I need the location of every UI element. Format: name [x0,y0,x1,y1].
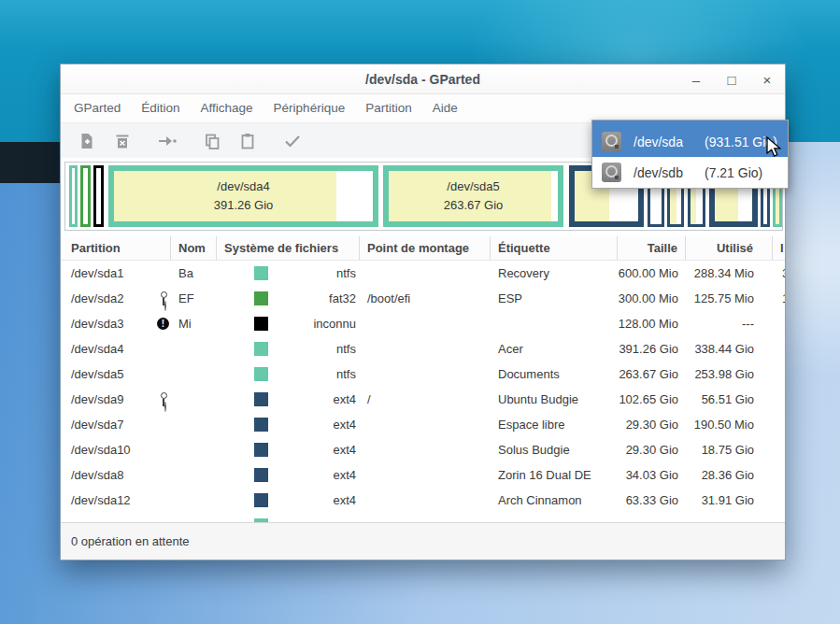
fs-name: ntfs [268,342,360,356]
maximize-button[interactable]: □ [714,72,749,88]
partition-name: /dev/sda5 [71,367,123,381]
mountpoint-cell: / [360,387,491,412]
name-cell: EF [171,286,217,311]
menu-affichage[interactable]: Affichage [191,94,263,122]
name-cell [171,362,217,387]
column-header[interactable]: Étiquette [491,236,618,260]
mounted-key-icon [160,291,168,305]
fs-color-swatch [254,291,268,305]
partition-segment[interactable]: /dev/sda5263.67 Gio [383,165,563,227]
name-cell: Ba [171,261,217,286]
partition-segment[interactable] [80,165,91,227]
mountpoint-cell [360,437,491,462]
used-cell: 56.51 Gio [686,387,773,412]
filesystem-cell: fat32 [217,286,360,311]
fs-color-swatch [254,266,268,280]
label-cell [491,311,618,336]
name-cell: Mi [171,311,217,336]
filesystem-cell: ext4 [217,462,360,488]
column-header[interactable]: Taille [618,236,686,260]
document-plus-icon [78,133,95,149]
close-button[interactable]: × [749,72,785,88]
segment-label: /dev/sda4391.26 Gio [114,171,373,221]
device-option[interactable]: /dev/sda(931.51 Gio) [592,126,788,157]
mounted-key-icon [160,392,168,406]
used-cell: 338.44 Gio [686,336,773,362]
fs-color-swatch [254,317,268,331]
column-header[interactable]: Partition [61,236,171,260]
new-partition-button[interactable] [72,126,102,156]
table-row[interactable]: /dev/sda12ext4Arch Cinnamon63.33 Gio31.9… [61,488,785,513]
delete-partition-button[interactable] [107,126,137,156]
table-row[interactable]: /dev/sda10ext4Solus Budgie29.30 Gio18.75… [61,437,785,462]
column-header[interactable]: Nom [171,236,217,260]
partition-table-body: /dev/sda1BantfsRecovery600.00 Mio288.34 … [61,261,785,524]
filesystem-cell: ntfs [217,336,360,362]
minimize-button[interactable]: – [678,72,714,88]
clipped-cell [773,387,785,412]
paste-button[interactable] [233,126,263,156]
apply-button[interactable] [278,126,307,156]
table-row[interactable]: /dev/sda3!Miinconnu128.00 Mio--- [61,311,785,336]
table-row[interactable]: /dev/sda1BantfsRecovery600.00 Mio288.34 … [61,261,785,286]
column-header[interactable]: Utilisé [686,236,773,260]
partition-name: /dev/sda2 [71,291,123,305]
partition-segment[interactable] [93,165,104,227]
clipped-cell [773,437,785,462]
resize-move-button[interactable] [152,126,182,156]
partition-name: /dev/sda12 [71,493,131,507]
label-cell: Recovery [491,261,618,286]
used-cell: 125.75 Mio [686,286,773,311]
resize-arrow-icon [157,133,178,149]
statusbar: 0 opération en attente [61,522,785,560]
column-header[interactable]: Point de montage [360,236,491,260]
clipped-cell [773,488,785,513]
partition-name: /dev/sda9 [71,392,123,406]
table-row[interactable]: /dev/sda2EFfat32/boot/efiESP300.00 Mio12… [61,286,785,311]
table-row[interactable]: /dev/sda4ntfsAcer391.26 Gio338.44 Gio [61,336,785,362]
mountpoint-cell [360,412,491,437]
partition-name: /dev/sda3 [71,317,123,331]
fs-name: inconnu [268,317,360,331]
column-header[interactable]: Système de fichiers [217,236,360,260]
partition-name: /dev/sda1 [71,266,123,280]
menu-dition[interactable]: Édition [131,94,190,122]
filesystem-cell: ext4 [217,412,360,437]
menu-gparted[interactable]: GParted [64,94,131,122]
fs-name: fat32 [268,291,360,305]
window-title: /dev/sda - GParted [61,64,785,94]
partition-name: /dev/sda4 [71,342,123,356]
menu-priphrique[interactable]: Périphérique [263,94,356,122]
menu-aide[interactable]: Aide [422,94,468,122]
used-cell: 28.36 Gio [686,462,773,488]
clipped-cell [773,336,785,362]
fs-color-swatch [254,367,268,381]
copy-button[interactable] [197,126,227,156]
device-option[interactable]: /dev/sdb(7.21 Gio) [592,157,788,188]
table-row[interactable]: /dev/sda8ext4Zorin 16 Dual DE34.03 Gio28… [61,462,785,488]
titlebar[interactable]: /dev/sda - GParted – □ × [61,64,785,94]
name-cell [171,488,217,513]
table-row[interactable]: /dev/sda7ext4Espace libre29.30 Gio190.50… [61,412,785,437]
table-row[interactable]: /dev/sda5ntfsDocuments263.67 Gio253.98 G… [61,362,785,387]
size-cell: 300.00 Mio [618,286,686,311]
name-cell [171,462,217,488]
menu-partition[interactable]: Partition [355,94,422,122]
label-cell: Solus Budgie [491,437,618,462]
filesystem-cell: ext4 [217,437,360,462]
partition-segment[interactable]: /dev/sda4391.26 Gio [108,165,378,227]
fs-name: ext4 [268,418,360,432]
size-cell: 391.26 Gio [618,336,686,362]
column-header[interactable]: I [773,236,785,260]
filesystem-cell: ext4 [217,387,360,412]
clipped-cell [773,362,785,387]
table-header: PartitionNomSystème de fichiersPoint de … [61,236,785,261]
device-dropdown: /dev/sda(931.51 Gio)/dev/sdb(7.21 Gio) [591,120,789,189]
partition-segment[interactable] [69,165,78,227]
size-cell: 34.03 Gio [618,462,686,488]
pending-operations-text: 0 opération en attente [71,534,190,548]
fs-color-swatch [254,493,268,507]
fs-name: ext4 [268,468,360,482]
table-row[interactable]: /dev/sda9ext4/Ubuntu Budgie102.65 Gio56.… [61,387,785,412]
device-size: (7.21 Gio) [705,165,762,180]
